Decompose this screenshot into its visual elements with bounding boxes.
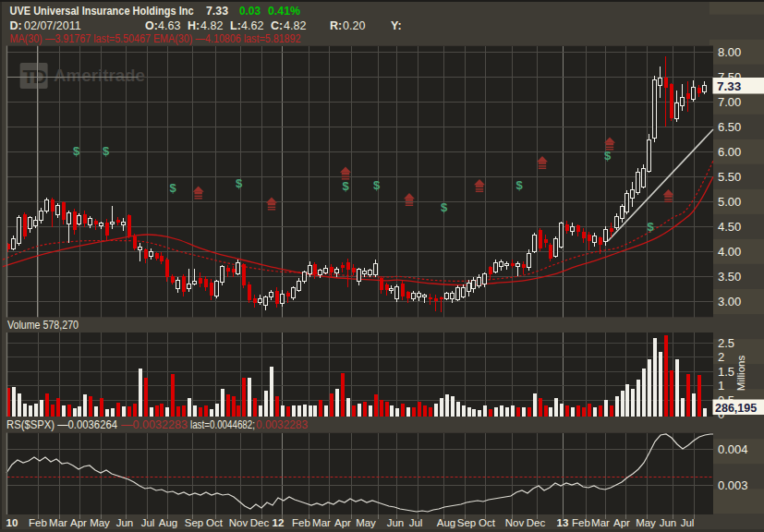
svg-text:0.0032283: 0.0032283 — [256, 418, 308, 431]
svg-text:C:: C: — [271, 19, 283, 32]
svg-text:RS($SPX) —0.0036264: RS($SPX) —0.0036264 — [6, 418, 117, 431]
svg-text:Feb: Feb — [29, 517, 47, 528]
svg-text:0.41%: 0.41% — [268, 5, 300, 18]
svg-text:$: $ — [169, 181, 176, 195]
svg-text:Jul: Jul — [141, 517, 155, 528]
svg-text:Volume 578,270: Volume 578,270 — [7, 319, 79, 332]
svg-text:Aug: Aug — [437, 517, 455, 528]
svg-text:Nov: Nov — [505, 517, 525, 528]
svg-text:Ameritrade: Ameritrade — [54, 66, 145, 85]
svg-text:$: $ — [103, 144, 110, 158]
svg-text:0.20: 0.20 — [343, 19, 365, 32]
svg-text:5.50: 5.50 — [718, 170, 741, 184]
svg-text:7.33: 7.33 — [717, 79, 742, 93]
svg-text:TD: TD — [23, 66, 47, 87]
svg-text:12: 12 — [273, 517, 285, 528]
svg-text:Feb: Feb — [572, 517, 590, 528]
svg-text:Jul: Jul — [681, 517, 695, 528]
svg-text:Oct: Oct — [479, 517, 496, 528]
svg-text:0.004: 0.004 — [718, 442, 748, 456]
svg-text:O:: O: — [145, 19, 158, 32]
svg-text:3.50: 3.50 — [718, 270, 741, 284]
svg-text:—0.0032283: —0.0032283 — [121, 418, 188, 431]
svg-text:May: May — [636, 517, 656, 528]
svg-text:10: 10 — [6, 517, 18, 528]
svg-text:8.00: 8.00 — [718, 45, 741, 59]
svg-text:Jul: Jul — [409, 517, 423, 528]
svg-text:$: $ — [373, 178, 381, 192]
svg-text:Dec: Dec — [527, 517, 546, 528]
svg-text:May: May — [90, 517, 110, 528]
svg-text:Mar: Mar — [591, 517, 610, 528]
svg-text:Jun: Jun — [387, 517, 405, 528]
svg-text:$: $ — [73, 144, 80, 158]
svg-text:Mar: Mar — [312, 517, 331, 528]
svg-text:$: $ — [604, 149, 612, 163]
svg-text:1.5: 1.5 — [718, 365, 734, 379]
svg-text:Sep: Sep — [185, 517, 203, 528]
svg-text:Millions: Millions — [735, 356, 746, 392]
svg-text:$: $ — [441, 200, 448, 214]
svg-text:4.00: 4.00 — [718, 245, 741, 259]
svg-text:0.03: 0.03 — [239, 5, 261, 18]
svg-text:286,195: 286,195 — [715, 402, 757, 415]
svg-text:D:: D: — [10, 19, 22, 32]
svg-text:2: 2 — [718, 350, 724, 364]
svg-text:H:: H: — [188, 19, 200, 32]
svg-text:$: $ — [342, 179, 349, 193]
svg-text:$: $ — [236, 176, 243, 190]
svg-text:Aug: Aug — [159, 517, 177, 528]
svg-text:L:: L: — [230, 19, 241, 32]
svg-text:Apr: Apr — [334, 517, 351, 528]
svg-text:Dec: Dec — [250, 517, 270, 528]
svg-text:$: $ — [515, 178, 523, 192]
svg-text:3.00: 3.00 — [718, 295, 741, 308]
svg-text:UVE Universal Insurance Holdin: UVE Universal Insurance Holdings Inc — [10, 5, 194, 18]
svg-text:Feb: Feb — [292, 517, 310, 528]
svg-text:$: $ — [647, 220, 654, 234]
svg-text:6.00: 6.00 — [718, 145, 741, 159]
svg-text:Apr: Apr — [70, 517, 87, 528]
svg-text:7.33: 7.33 — [206, 5, 228, 18]
svg-text:5.00: 5.00 — [718, 195, 741, 209]
svg-text:Y:: Y: — [391, 19, 402, 32]
svg-text:last=0.0044682;: last=0.0044682; — [190, 418, 255, 431]
svg-text:4.82: 4.82 — [200, 19, 223, 32]
svg-text:Jun: Jun — [116, 517, 134, 528]
svg-text:Mar: Mar — [49, 517, 67, 528]
svg-text:4.50: 4.50 — [718, 220, 741, 234]
svg-text:Sep: Sep — [457, 517, 476, 528]
svg-text:Oct: Oct — [206, 517, 224, 528]
svg-text:R:: R: — [330, 19, 342, 32]
svg-text:Jun: Jun — [660, 517, 677, 528]
svg-text:1: 1 — [718, 379, 724, 393]
svg-text:2.5: 2.5 — [718, 336, 734, 350]
svg-text:MA(30) —3.91767 last=5.50467 E: MA(30) —3.91767 last=5.50467 EMA(30) —4.… — [10, 32, 301, 45]
svg-text:13: 13 — [557, 517, 569, 528]
svg-text:4.62: 4.62 — [241, 19, 263, 32]
svg-text:7.00: 7.00 — [718, 95, 741, 109]
svg-text:May: May — [356, 517, 376, 528]
svg-text:Nov: Nov — [229, 517, 249, 528]
svg-text:02/07/2011: 02/07/2011 — [24, 19, 81, 32]
svg-text:4.63: 4.63 — [158, 19, 180, 32]
svg-text:4.82: 4.82 — [284, 19, 306, 32]
svg-text:0.003: 0.003 — [718, 478, 748, 492]
svg-text:Apr: Apr — [613, 517, 630, 528]
svg-text:6.50: 6.50 — [718, 120, 741, 134]
